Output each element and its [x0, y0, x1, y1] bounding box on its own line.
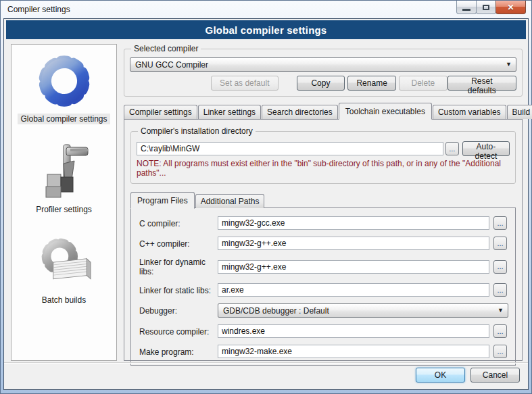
compiler-buttons-row: Set as default Copy Rename Delete Reset … — [130, 76, 516, 91]
window-title: Compiler settings — [7, 5, 70, 14]
caliper-icon — [34, 142, 93, 201]
debugger-select[interactable]: GDB/CDB debugger : Default ▼ — [218, 303, 508, 318]
page-title: Global compiler settings — [205, 24, 327, 36]
subtab-additional-paths[interactable]: Additional Paths — [195, 194, 265, 208]
toolchain-executables-page: Compiler's installation directory ... Au… — [124, 119, 523, 361]
window-frame: Compiler settings ✕ Global compiler sett… — [0, 0, 532, 394]
rename-button[interactable]: Rename — [347, 76, 396, 91]
make-program-label: Make program: — [139, 347, 214, 357]
ok-button[interactable]: OK — [416, 368, 465, 383]
resource-compiler-label: Resource compiler: — [139, 326, 214, 337]
sidebar-item-label: Batch builds — [39, 295, 89, 305]
sidebar-item-profiler-settings[interactable]: Profiler settings — [33, 142, 95, 215]
delete-button[interactable]: Delete — [399, 76, 448, 91]
tab-toolchain-executables[interactable]: Toolchain executables — [339, 103, 432, 120]
static-linker-label: Linker for static libs: — [139, 285, 214, 295]
dynamic-linker-browse-button[interactable]: ... — [493, 260, 507, 274]
c-compiler-browse-button[interactable]: ... — [493, 216, 507, 230]
sidebar-item-global-compiler-settings[interactable]: Global compiler settings — [18, 51, 110, 124]
installation-directory-input[interactable] — [137, 142, 443, 155]
compiler-select[interactable]: GNU GCC Compiler ▼ — [130, 57, 516, 72]
installation-directory-group: Compiler's installation directory ... Au… — [130, 126, 516, 184]
dialog-footer: OK Cancel — [4, 362, 528, 389]
compiler-tabs: Compiler settings Linker settings Search… — [124, 103, 523, 119]
gray-gear-stack-icon — [34, 232, 94, 292]
sidebar-item-label: Profiler settings — [33, 204, 95, 215]
subtab-program-files[interactable]: Program Files — [130, 192, 195, 209]
program-files-page: C compiler: ... C++ compiler: ... Linker… — [130, 207, 516, 366]
installation-directory-legend: Compiler's installation directory — [138, 126, 256, 136]
static-linker-browse-button[interactable]: ... — [493, 283, 507, 297]
debugger-label: Debugger: — [139, 305, 214, 316]
make-program-browse-button[interactable]: ... — [493, 345, 507, 358]
minimize-icon — [462, 9, 470, 11]
dynamic-linker-label: Linker for dynamic libs: — [139, 257, 214, 276]
cpp-compiler-label: C++ compiler: — [139, 239, 214, 249]
selected-compiler-group: Selected compiler GNU GCC Compiler ▼ Set… — [124, 44, 523, 97]
set-as-default-button[interactable]: Set as default — [211, 76, 279, 91]
cpp-compiler-browse-button[interactable]: ... — [493, 237, 507, 250]
chevron-down-icon: ▼ — [506, 61, 512, 68]
tab-compiler-settings[interactable]: Compiler settings — [124, 105, 197, 119]
reset-defaults-button[interactable]: Reset defaults — [448, 76, 516, 91]
minimize-button[interactable] — [456, 1, 477, 14]
debugger-select-value: GDB/CDB debugger : Default — [223, 306, 329, 316]
compiler-select-value: GNU GCC Compiler — [135, 60, 208, 70]
make-program-input[interactable] — [218, 345, 489, 358]
cancel-button[interactable]: Cancel — [470, 368, 520, 383]
installation-directory-browse-button[interactable]: ... — [445, 142, 459, 155]
c-compiler-input[interactable] — [218, 216, 489, 230]
programs-notebook: Program Files Additional Paths C compile… — [130, 192, 516, 355]
c-compiler-label: C compiler: — [139, 218, 214, 228]
tab-search-directories[interactable]: Search directories — [262, 105, 338, 119]
tab-custom-variables[interactable]: Custom variables — [433, 105, 506, 119]
resource-compiler-browse-button[interactable]: ... — [493, 324, 507, 338]
sidebar-item-batch-builds[interactable]: Batch builds — [34, 232, 94, 305]
auto-detect-button[interactable]: Auto-detect — [462, 141, 510, 156]
dynamic-linker-input[interactable] — [218, 260, 489, 274]
programs-subtabs: Program Files Additional Paths — [130, 192, 516, 208]
tab-linker-settings[interactable]: Linker settings — [198, 105, 261, 119]
maximize-button[interactable] — [476, 1, 496, 14]
maximize-icon — [483, 5, 489, 10]
chevron-down-icon: ▼ — [498, 307, 504, 314]
blue-gear-icon — [34, 51, 94, 111]
dialog-client-area: Global compiler settings — [3, 18, 529, 390]
copy-button[interactable]: Copy — [297, 76, 345, 91]
selected-compiler-legend: Selected compiler — [131, 44, 201, 53]
cpp-compiler-input[interactable] — [218, 237, 489, 250]
title-bar: Compiler settings — [1, 1, 531, 18]
content-area: Global compiler settings — [4, 39, 528, 362]
dialog-header: Global compiler settings — [6, 20, 526, 39]
static-linker-input[interactable] — [218, 283, 489, 297]
resource-compiler-input[interactable] — [218, 324, 489, 338]
tab-build-options[interactable]: Build options — [507, 105, 532, 119]
close-icon: ✕ — [507, 3, 514, 12]
install-note: NOTE: All programs must exist either in … — [137, 159, 510, 178]
caption-buttons: ✕ — [457, 1, 526, 14]
close-button[interactable]: ✕ — [495, 1, 526, 14]
sidebar-item-label: Global compiler settings — [18, 114, 110, 124]
main-panel: Selected compiler GNU GCC Compiler ▼ Set… — [124, 44, 523, 361]
settings-category-list: Global compiler settings — [11, 44, 117, 361]
